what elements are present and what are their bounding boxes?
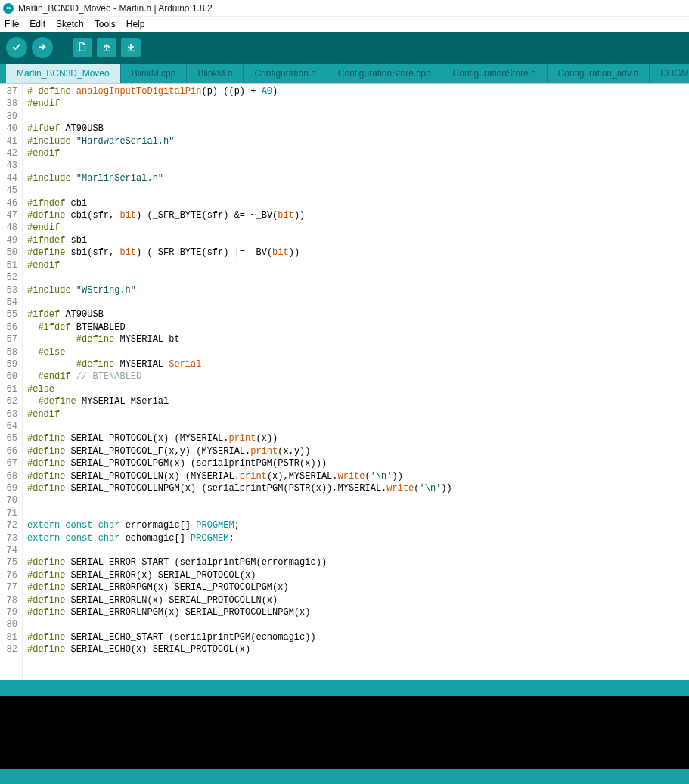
code-line[interactable]: #else [27, 383, 684, 395]
code-line[interactable]: #endif [27, 408, 684, 420]
check-icon [11, 42, 22, 54]
code-line[interactable]: # define analogInputToDigitalPin(p) ((p)… [27, 85, 684, 98]
code-line[interactable]: #endif [27, 222, 684, 234]
code-line[interactable]: #define SERIAL_PROTOCOL(x) (MYSERIAL.pri… [27, 432, 684, 445]
code-line[interactable]: #define SERIAL_ERRORLN(x) SERIAL_PROTOCO… [27, 594, 684, 606]
code-line[interactable] [27, 271, 684, 284]
tab-configuration-adv-h[interactable]: Configuration_adv.h [548, 64, 650, 83]
window-title: Marlin_BCN3D_Moveo - Marlin.h | Arduino … [18, 3, 213, 14]
code-line[interactable]: #ifdef AT90USB [27, 308, 684, 321]
code-editor[interactable]: 37 38 39 40 41 42 43 44 45 46 47 48 49 5… [0, 83, 689, 680]
code-line[interactable]: #endif // BTENABLED [27, 370, 684, 383]
tab-marlin-bcn3d-moveo[interactable]: Marlin_BCN3D_Moveo [6, 64, 121, 83]
file-icon [77, 42, 88, 54]
code-line[interactable]: #endif [27, 98, 684, 110]
code-line[interactable]: #include "MarlinSerial.h" [27, 172, 684, 184]
titlebar: ∞ Marlin_BCN3D_Moveo - Marlin.h | Arduin… [0, 0, 689, 17]
code-line[interactable] [27, 420, 684, 432]
verify-button[interactable] [6, 37, 27, 58]
open-sketch-button[interactable] [97, 38, 116, 57]
code-line[interactable]: #include "HardwareSerial.h" [27, 135, 684, 147]
code-line[interactable]: #define sbi(sfr, bit) (_SFR_BYTE(sfr) |=… [27, 246, 684, 259]
code-line[interactable]: #define SERIAL_ECHO_START (serialprintPG… [27, 631, 684, 643]
tab-blinkm-cpp[interactable]: BlinkM.cpp [121, 64, 188, 83]
tab-configuration-h[interactable]: Configuration.h [244, 64, 327, 83]
code-line[interactable]: #define MYSERIAL bt [27, 333, 684, 346]
tab-dogmbit[interactable]: DOGMbit [650, 64, 689, 83]
tab-strip: Marlin_BCN3D_MoveoBlinkM.cppBlinkM.hConf… [0, 64, 689, 83]
code-line[interactable]: #define SERIAL_PROTOCOLPGM(x) (serialpri… [27, 457, 684, 469]
line-gutter: 37 38 39 40 41 42 43 44 45 46 47 48 49 5… [0, 84, 23, 680]
footer-bar [0, 769, 689, 784]
code-line[interactable] [27, 618, 684, 631]
arrow-down-icon [126, 42, 136, 54]
code-line[interactable]: #endif [27, 147, 684, 160]
arrow-up-icon [101, 42, 112, 54]
code-line[interactable]: extern const char echomagic[] PROGMEM; [27, 532, 684, 544]
code-line[interactable]: #else [27, 346, 684, 358]
tab-blinkm-h[interactable]: BlinkM.h [187, 64, 244, 83]
code-line[interactable]: #ifdef AT90USB [27, 122, 684, 135]
code-line[interactable]: #ifndef sbi [27, 234, 684, 246]
arrow-right-icon [37, 42, 48, 54]
code-line[interactable] [27, 296, 684, 308]
code-line[interactable]: #define SERIAL_ECHO(x) SERIAL_PROTOCOL(x… [27, 643, 684, 655]
code-line[interactable]: #define MYSERIAL Serial [27, 358, 684, 370]
tab-configurationstore-cpp[interactable]: ConfigurationStore.cpp [327, 64, 442, 83]
code-line[interactable] [27, 544, 684, 556]
code-line[interactable] [27, 507, 684, 519]
toolbar [0, 32, 689, 64]
menu-help[interactable]: Help [126, 19, 145, 29]
code-area[interactable]: # define analogInputToDigitalPin(p) ((p)… [23, 84, 689, 680]
code-line[interactable] [27, 160, 684, 172]
code-line[interactable]: extern const char errormagic[] PROGMEM; [27, 519, 684, 531]
menu-edit[interactable]: Edit [29, 19, 45, 29]
code-line[interactable] [27, 110, 684, 122]
menu-tools[interactable]: Tools [95, 19, 116, 29]
code-line[interactable]: #ifdef BTENABLED [27, 321, 684, 333]
code-line[interactable]: #define SERIAL_PROTOCOL_F(x,y) (MYSERIAL… [27, 445, 684, 457]
menu-file[interactable]: File [5, 19, 19, 29]
menubar: File Edit Sketch Tools Help [0, 17, 689, 32]
code-line[interactable]: #define SERIAL_PROTOCOLLNPGM(x) (serialp… [27, 482, 684, 494]
code-line[interactable]: #endif [27, 259, 684, 271]
code-line[interactable]: #include "WString.h" [27, 284, 684, 296]
code-line[interactable]: #define cbi(sfr, bit) (_SFR_BYTE(sfr) &=… [27, 209, 684, 222]
code-line[interactable]: #define SERIAL_ERRORPGM(x) SERIAL_PROTOC… [27, 581, 684, 593]
code-line[interactable]: #define MYSERIAL MSerial [27, 395, 684, 407]
code-line[interactable]: #define SERIAL_ERROR(x) SERIAL_PROTOCOL(… [27, 569, 684, 581]
new-sketch-button[interactable] [73, 38, 92, 57]
tab-configurationstore-h[interactable]: ConfigurationStore.h [442, 64, 548, 83]
code-line[interactable]: #define SERIAL_PROTOCOLLN(x) (MYSERIAL.p… [27, 470, 684, 482]
code-line[interactable]: #define SERIAL_ERROR_START (serialprintP… [27, 556, 684, 569]
output-console[interactable] [0, 696, 689, 769]
code-line[interactable] [27, 494, 684, 507]
code-line[interactable] [27, 184, 684, 197]
upload-button[interactable] [32, 37, 53, 58]
code-line[interactable]: #define SERIAL_ERRORLNPGM(x) SERIAL_PROT… [27, 606, 684, 618]
save-sketch-button[interactable] [121, 38, 141, 57]
arduino-app-icon: ∞ [3, 3, 14, 14]
code-line[interactable]: #ifndef cbi [27, 197, 684, 209]
status-bar [0, 680, 689, 696]
menu-sketch[interactable]: Sketch [56, 19, 84, 29]
